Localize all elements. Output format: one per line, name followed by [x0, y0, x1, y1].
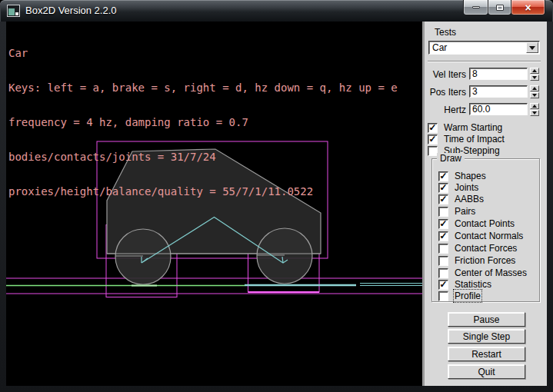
checkbox-profile[interactable]: ✓ Profile — [438, 291, 481, 301]
checkbox-label: AABBs — [455, 194, 484, 204]
spinner-up-button[interactable] — [530, 103, 539, 109]
hertz-row: Hertz — [425, 103, 549, 117]
window-title: Box2D Version 2.2.0 — [25, 5, 117, 16]
checkbox-label: Contact Points — [455, 218, 515, 229]
checkbox-statistics[interactable]: ✓ Statistics — [438, 279, 491, 290]
spinner-down-button[interactable] — [530, 92, 539, 98]
arrow-up-icon — [532, 105, 537, 108]
checkbox-label: Joints — [455, 182, 478, 193]
spinner-up-button[interactable] — [530, 68, 539, 74]
simulation-canvas[interactable]: Car Keys: left = a, brake = s, right = d… — [6, 22, 422, 386]
checkbox-box[interactable]: ✓ — [438, 280, 448, 290]
hertz-input[interactable] — [469, 103, 528, 115]
vel-iters-row: Vel Iters — [425, 68, 549, 81]
restart-button[interactable]: Restart — [448, 347, 525, 361]
checkbox-label: Profile — [455, 291, 481, 301]
left-wheel-circle — [115, 229, 171, 284]
minimize-button[interactable] — [463, 0, 488, 15]
spinner-down-button[interactable] — [530, 110, 539, 116]
checkbox-warm-starting[interactable]: ✓ Warm Starting — [428, 122, 502, 133]
checkbox-label: Contact Forces — [455, 243, 517, 254]
checkbox-contact-points[interactable]: ✓ Contact Points — [438, 218, 515, 229]
stats-line-test-name: Car — [8, 48, 398, 59]
spinner-up-button[interactable] — [530, 85, 539, 91]
statistics-text: Car Keys: left = a, brake = s, right = d… — [8, 25, 398, 221]
check-icon: ✓ — [428, 135, 436, 144]
checkbox-label: Time of Impact — [444, 134, 505, 145]
close-button[interactable]: × — [511, 0, 545, 15]
checkbox-label: Shapes — [455, 171, 486, 181]
control-panel: Tests Car Vel Iters Pos Iters — [422, 22, 547, 386]
separator — [428, 61, 541, 62]
checkbox-label: Warm Starting — [444, 122, 502, 133]
pos-iters-row: Pos Iters — [425, 85, 549, 99]
check-icon: ✓ — [439, 281, 447, 289]
checkbox-label: Friction Forces — [455, 255, 515, 266]
right-wheel-circle — [257, 228, 312, 284]
checkbox-pairs[interactable]: ✓ Pairs — [438, 206, 475, 217]
checkbox-label: Contact Normals — [455, 231, 523, 241]
arrow-up-icon — [532, 69, 537, 72]
checkbox-time-of-impact[interactable]: ✓ Time of Impact — [428, 134, 505, 145]
title-bar[interactable]: Box2D Version 2.2.0 × — [0, 0, 553, 22]
window-content: Car Keys: left = a, brake = s, right = d… — [6, 22, 547, 386]
chevron-down-icon — [529, 46, 535, 50]
vel-iters-label: Vel Iters — [425, 69, 466, 80]
checkbox-label: Center of Masses — [455, 267, 527, 278]
check-icon: ✓ — [439, 232, 447, 241]
checkbox-box[interactable]: ✓ — [438, 207, 448, 217]
pos-iters-input[interactable] — [469, 85, 528, 98]
single-step-button[interactable]: Single Step — [448, 329, 525, 344]
arrow-down-icon — [532, 76, 537, 79]
checkbox-box[interactable]: ✓ — [438, 256, 448, 266]
vel-iters-spinner — [530, 68, 539, 81]
check-icon: ✓ — [439, 220, 447, 228]
arrow-down-icon — [532, 111, 537, 115]
stats-line-frequency: frequency = 4 hz, damping ratio = 0.7 — [8, 117, 398, 128]
check-icon: ✓ — [439, 184, 447, 192]
draw-group: Draw ✓ Shapes ✓ Joints ✓ AABBs ✓ Pairs — [431, 158, 540, 302]
arrow-down-icon — [532, 94, 537, 97]
pos-iters-spinner — [530, 85, 539, 98]
checkbox-box[interactable]: ✓ — [438, 268, 448, 278]
checkbox-box[interactable]: ✓ — [438, 194, 448, 204]
checkbox-label: Statistics — [455, 279, 491, 290]
checkbox-aabbs[interactable]: ✓ AABBs — [438, 194, 484, 204]
maximize-icon — [496, 5, 504, 11]
draw-group-title: Draw — [437, 153, 465, 164]
hertz-label: Hertz — [425, 105, 466, 115]
checkbox-box[interactable]: ✓ — [438, 291, 448, 301]
check-icon: ✓ — [439, 195, 447, 204]
checkbox-joints[interactable]: ✓ Joints — [438, 182, 478, 193]
pos-iters-label: Pos Iters — [425, 87, 466, 98]
checkbox-box[interactable]: ✓ — [428, 135, 438, 145]
checkbox-box[interactable]: ✓ — [438, 231, 448, 241]
tests-dropdown-button[interactable] — [526, 42, 538, 53]
close-icon: × — [525, 2, 531, 13]
checkbox-box[interactable]: ✓ — [438, 219, 448, 229]
spinner-down-button[interactable] — [530, 75, 539, 81]
checkbox-shapes[interactable]: ✓ Shapes — [438, 171, 486, 181]
quit-button[interactable]: Quit — [448, 364, 525, 379]
checkbox-box[interactable]: ✓ — [438, 183, 448, 193]
checkbox-friction-forces[interactable]: ✓ Friction Forces — [438, 255, 515, 266]
checkbox-center-of-masses[interactable]: ✓ Center of Masses — [438, 267, 527, 278]
checkbox-contact-forces[interactable]: ✓ Contact Forces — [438, 243, 517, 254]
arrow-up-icon — [532, 87, 537, 90]
checkbox-box[interactable]: ✓ — [438, 244, 448, 254]
checkbox-contact-normals[interactable]: ✓ Contact Normals — [438, 231, 523, 241]
stats-line-keys: Keys: left = a, brake = s, right = d, hz… — [8, 82, 398, 94]
hertz-spinner — [530, 103, 539, 116]
checkbox-box[interactable]: ✓ — [428, 123, 438, 133]
app-icon — [7, 5, 20, 17]
stats-line-bodies: bodies/contacts/joints = 31/7/24 — [8, 151, 398, 163]
pause-button[interactable]: Pause — [448, 312, 525, 327]
vel-iters-input[interactable] — [469, 68, 528, 80]
checkbox-label: Pairs — [455, 206, 475, 217]
maximize-button[interactable] — [488, 0, 511, 15]
tests-dropdown[interactable]: Car — [428, 41, 540, 55]
tests-dropdown-value: Car — [429, 42, 526, 53]
checkbox-box[interactable]: ✓ — [438, 171, 448, 181]
window-controls: × — [464, 0, 545, 15]
check-icon: ✓ — [428, 124, 436, 132]
